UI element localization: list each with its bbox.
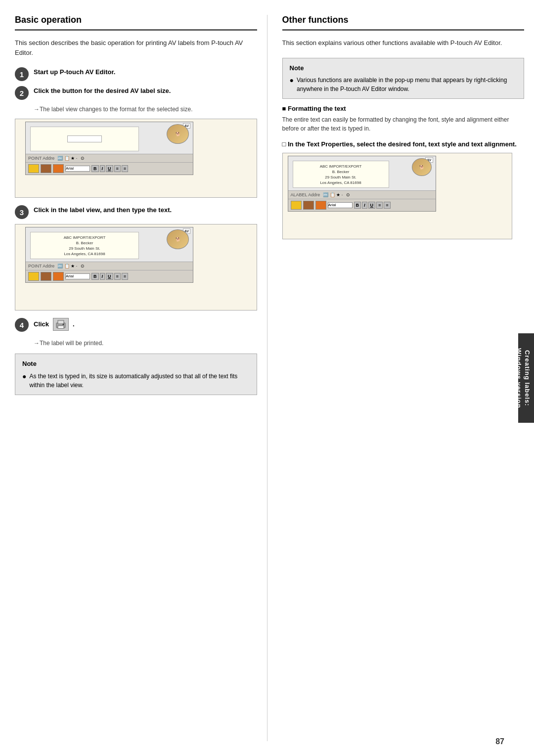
click-step: Click . xyxy=(34,318,75,331)
label-input-1 xyxy=(67,135,102,142)
text-buttons-3: B I U ≡ ≡ xyxy=(354,202,391,209)
step-2-circle: 2 xyxy=(15,86,29,100)
text-buttons-1: B I U ≡ ≡ xyxy=(91,165,128,172)
svg-rect-2 xyxy=(58,326,64,328)
note-box-right: Note ● Various functions are available i… xyxy=(282,58,525,99)
right-section-intro: This section explains various other func… xyxy=(282,38,525,48)
toolbar-1: POINT Addre 🔤 📋 ★ · ⊙ xyxy=(26,154,193,162)
thumb-brown-2 xyxy=(41,272,51,281)
left-section-title: Basic operation xyxy=(15,15,257,31)
italic-btn-3: I xyxy=(362,202,367,209)
underline-btn-1: U xyxy=(106,165,113,172)
italic-btn-2: I xyxy=(100,273,105,280)
font-toolbar-2: Arial B I U ≡ ≡ xyxy=(26,270,193,282)
page-container: Basic operation This section describes t… xyxy=(0,0,534,756)
step-1-circle: 1 xyxy=(15,67,29,81)
screenshot-1: AV 🐕 POINT Addre 🔤 📋 ★ · ⊙ xyxy=(15,119,257,198)
dog-icon-3: 🐕 xyxy=(412,158,432,176)
toolbar-label-1: POINT Addre xyxy=(28,156,54,161)
dog-icon-1: 🐕 xyxy=(167,124,189,144)
toolbar-circle-1: ⊙ xyxy=(81,156,85,161)
toolbar-icons-2: 🔤 📋 ★ · xyxy=(57,264,77,268)
step-4-text: Click xyxy=(34,319,49,329)
text-buttons-2: B I U ≡ ≡ xyxy=(91,273,128,280)
address-text-3: ABC IMPORT/EXPORTB. Becker29 South Main … xyxy=(320,163,362,185)
left-column: Basic operation This section describes t… xyxy=(15,15,267,741)
label-area-2: ABC IMPORT/EXPORTB. Becker29 South Main … xyxy=(30,232,139,259)
checkbox-title: In the Text Properties, select the desir… xyxy=(282,140,525,148)
thumb-orange-3 xyxy=(315,201,326,210)
align-btn-5: ≡ xyxy=(376,202,383,209)
thumb-brown-3 xyxy=(303,201,314,210)
thumb-yellow-2 xyxy=(28,272,39,281)
side-tab-line2: Windows version xyxy=(515,348,523,408)
photos-row-2 xyxy=(28,272,64,281)
print-icon xyxy=(53,318,69,331)
ptouch-window-2: AV 🐕 ABC IMPORT/EXPORTB. Becker29 South … xyxy=(25,227,193,283)
svg-point-3 xyxy=(63,324,64,325)
underline-btn-2: U xyxy=(106,273,113,280)
font-toolbar-3: Arial B I U ≡ ≡ xyxy=(288,199,436,211)
main-content: Basic operation This section describes t… xyxy=(0,0,534,756)
right-column: Other functions This section explains va… xyxy=(267,15,525,741)
underline-btn-3: U xyxy=(368,202,376,209)
toolbar-label-3: ALABEL Addre xyxy=(291,192,320,197)
step-1: 1 Start up P-touch AV Editor. xyxy=(15,67,257,81)
step-4-period: . xyxy=(73,319,75,329)
bullet-dot-right: ● xyxy=(290,76,294,85)
align-btn-1: ≡ xyxy=(114,165,121,172)
note-text-right: Various functions are available in the p… xyxy=(297,76,517,93)
page-number: 87 xyxy=(495,737,504,746)
toolbar-label-2: POINT Addre xyxy=(28,264,54,268)
bold-btn-2: B xyxy=(91,273,99,280)
formatting-title: Formatting the text xyxy=(282,105,525,112)
bold-btn-3: B xyxy=(354,202,361,209)
step-4-arrow: →The label will be printed. xyxy=(34,339,257,348)
note-text-left: As the text is typed in, its size is aut… xyxy=(29,372,249,390)
note-bullet-right: ● Various functions are available in the… xyxy=(290,76,517,93)
font-select-2: Arial xyxy=(65,273,90,279)
step-2: 2 Click the button for the desired AV la… xyxy=(15,86,257,100)
photos-row-3 xyxy=(291,201,326,210)
svg-rect-1 xyxy=(58,320,64,324)
align-btn-2: ≡ xyxy=(122,165,128,172)
step-2-arrow: →The label view changes to the format fo… xyxy=(34,105,257,114)
left-section-intro: This section describes the basic operati… xyxy=(15,38,257,57)
side-tab: Creating labels: Windows version xyxy=(518,333,534,423)
ptouch-window-3: AV 🐕 ABC IMPORT/EXPORTB. Becker29 South … xyxy=(288,156,436,212)
align-btn-3: ≡ xyxy=(114,273,121,280)
step-4: 4 Click . xyxy=(15,318,257,334)
label-area-3: ABC IMPORT/EXPORTB. Becker29 South Main … xyxy=(293,161,389,188)
toolbar-2: POINT Addre 🔤 📋 ★ · ⊙ xyxy=(26,262,193,270)
toolbar-circle-2: ⊙ xyxy=(81,264,85,268)
right-section-title: Other functions xyxy=(282,15,525,31)
toolbar-icons-3: 🔤 📋 ★ · xyxy=(323,192,343,197)
screenshot-2: AV 🐕 ABC IMPORT/EXPORTB. Becker29 South … xyxy=(15,224,257,311)
photos-row-1 xyxy=(28,164,64,173)
thumb-yellow-3 xyxy=(291,201,302,210)
checkbox-step-container: In the Text Properties, select the desir… xyxy=(282,140,525,148)
align-btn-4: ≡ xyxy=(122,273,128,280)
bullet-dot-left: ● xyxy=(22,372,26,381)
step-3-text: Click in the label view, and then type t… xyxy=(34,205,172,215)
side-tab-line1: Creating labels: xyxy=(524,350,531,406)
step-3-circle: 3 xyxy=(15,205,29,219)
toolbar-circle-3: ⊙ xyxy=(346,192,350,197)
align-btn-6: ≡ xyxy=(384,202,390,209)
dog-icon-2: 🐕 xyxy=(167,229,189,249)
italic-btn-1: I xyxy=(100,165,105,172)
screenshot-3: AV 🐕 ABC IMPORT/EXPORTB. Becker29 South … xyxy=(282,153,512,239)
step-4-circle: 4 xyxy=(15,318,29,332)
step-1-text: Start up P-touch AV Editor. xyxy=(34,67,115,77)
toolbar-icons-1: 🔤 📋 ★ · xyxy=(57,156,77,161)
step-3: 3 Click in the label view, and then type… xyxy=(15,205,257,219)
thumb-yellow-1 xyxy=(28,164,39,173)
toolbar-3: ALABEL Addre 🔤 📋 ★ · ⊙ xyxy=(288,190,436,199)
note-box-left: Note ● As the text is typed in, its size… xyxy=(15,354,257,395)
font-toolbar-1: Arial B I U ≡ ≡ xyxy=(26,162,193,175)
step-2-text: Click the button for the desired AV labe… xyxy=(34,86,171,96)
note-title-right: Note xyxy=(290,63,517,73)
address-text-2: ABC IMPORT/EXPORTB. Becker29 South Main … xyxy=(64,234,106,257)
font-select-1: Arial xyxy=(65,166,90,172)
thumb-brown-1 xyxy=(41,164,51,173)
